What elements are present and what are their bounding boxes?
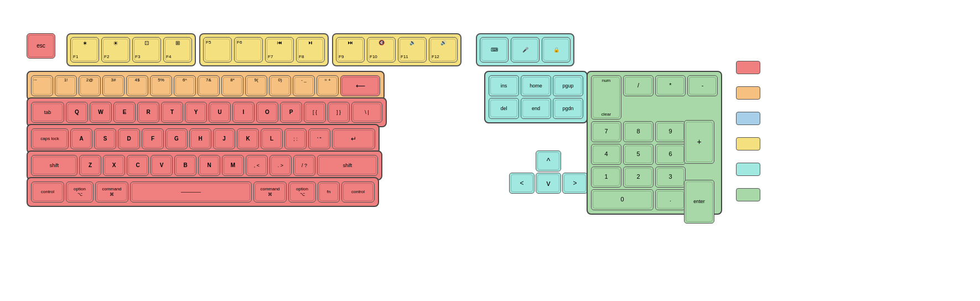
key-num-plus-fixed[interactable]: + <box>684 120 714 164</box>
key-num-9[interactable]: 9 <box>655 121 686 142</box>
key-g[interactable]: G <box>165 128 188 149</box>
key-comma[interactable]: , < <box>246 155 268 176</box>
key-f1[interactable]: ✶ F1 <box>70 37 99 63</box>
key-num-8[interactable]: 8 <box>623 121 654 142</box>
key-f7[interactable]: ⏮ F7 <box>265 37 294 63</box>
key-r[interactable]: R <box>137 102 159 123</box>
key-num-3[interactable]: 3 <box>655 167 686 188</box>
key-roption[interactable]: option ⌥ <box>288 181 316 203</box>
key-esc[interactable]: esc <box>27 33 55 59</box>
key-capslock[interactable]: caps lock <box>31 128 69 149</box>
key-space[interactable]: ———— <box>130 181 252 203</box>
key-up[interactable]: ^ <box>536 150 561 172</box>
key-num-7[interactable]: 7 <box>591 121 621 142</box>
key-special3[interactable]: 🔒 <box>542 37 571 63</box>
key-b[interactable]: B <box>174 155 196 176</box>
key-f5[interactable]: F5 <box>203 37 232 63</box>
key-period[interactable]: . > <box>269 155 292 176</box>
key-y[interactable]: Y <box>185 102 207 123</box>
key-w[interactable]: W <box>90 102 112 123</box>
key-4[interactable]: 4$ <box>126 75 148 96</box>
key-num-0[interactable]: 0 <box>591 189 654 210</box>
key-l[interactable]: L <box>261 128 283 149</box>
key-num-enter-fixed[interactable]: enter <box>684 180 714 224</box>
key-f11[interactable]: 🔉 F11 <box>398 37 427 63</box>
key-special2[interactable]: 🎤 <box>511 37 540 63</box>
key-n[interactable]: N <box>198 155 220 176</box>
key-f[interactable]: F <box>142 128 164 149</box>
key-num-multiply[interactable]: * <box>655 75 686 96</box>
key-t[interactable]: T <box>161 102 183 123</box>
key-6[interactable]: 6^ <box>174 75 196 96</box>
key-p[interactable]: P <box>280 102 302 123</box>
key-c[interactable]: C <box>127 155 149 176</box>
key-num-dot[interactable]: . <box>655 189 686 210</box>
key-minus[interactable]: - _ <box>293 75 315 96</box>
key-2[interactable]: 2@ <box>79 75 101 96</box>
key-q[interactable]: Q <box>66 102 88 123</box>
key-k[interactable]: K <box>237 128 259 149</box>
key-s[interactable]: S <box>94 128 116 149</box>
key-8[interactable]: 8* <box>221 75 243 96</box>
key-slash[interactable]: / ? <box>293 155 315 176</box>
key-pgup[interactable]: pgup <box>553 75 583 96</box>
key-v[interactable]: V <box>151 155 173 176</box>
key-special1[interactable]: ⌨ <box>480 37 509 63</box>
key-f12[interactable]: 🔊 F12 <box>429 37 458 63</box>
key-lcontrol[interactable]: control <box>31 181 64 203</box>
key-right[interactable]: > <box>562 173 588 194</box>
key-num-5[interactable]: 5 <box>623 144 654 165</box>
key-d[interactable]: D <box>118 128 140 149</box>
key-7[interactable]: 7& <box>198 75 220 96</box>
key-quote[interactable]: ' " <box>308 128 330 149</box>
key-equals[interactable]: = + <box>317 75 339 96</box>
key-lbracket[interactable]: [ { <box>304 102 326 123</box>
key-left[interactable]: < <box>509 173 535 194</box>
key-9[interactable]: 9( <box>245 75 267 96</box>
key-return[interactable]: ↵ <box>332 128 375 149</box>
key-pgdn[interactable]: pgdn <box>553 98 583 119</box>
key-fn[interactable]: fn <box>318 181 340 203</box>
key-lshift[interactable]: shift <box>31 155 77 176</box>
key-num-6[interactable]: 6 <box>655 144 686 165</box>
key-rcontrol[interactable]: control <box>341 181 375 203</box>
key-f9[interactable]: ⏭ F9 <box>336 37 365 63</box>
key-tab[interactable]: tab <box>31 102 64 123</box>
key-m[interactable]: M <box>222 155 244 176</box>
key-del[interactable]: del <box>489 98 519 119</box>
key-j[interactable]: J <box>213 128 235 149</box>
key-backslash[interactable]: \ | <box>351 102 382 123</box>
key-f10[interactable]: 🔇 F10 <box>367 37 396 63</box>
key-down[interactable]: v <box>536 173 561 194</box>
key-f2[interactable]: ☀ F2 <box>101 37 130 63</box>
key-f8[interactable]: ⏯ F8 <box>296 37 325 63</box>
key-e[interactable]: E <box>113 102 136 123</box>
key-1[interactable]: 1! <box>55 75 77 96</box>
key-num-1[interactable]: 1 <box>591 167 621 188</box>
key-numlock[interactable]: num clear <box>591 75 621 120</box>
key-5[interactable]: 5% <box>150 75 172 96</box>
key-num-2[interactable]: 2 <box>623 167 654 188</box>
key-rbracket[interactable]: ] } <box>328 102 350 123</box>
key-x[interactable]: X <box>103 155 125 176</box>
key-lcommand[interactable]: command ⌘ <box>95 181 128 203</box>
key-f4[interactable]: ⊞ F4 <box>163 37 192 63</box>
key-rshift[interactable]: shift <box>317 155 378 176</box>
key-z[interactable]: Z <box>79 155 101 176</box>
key-backtick[interactable]: ·~ <box>31 75 53 96</box>
key-0[interactable]: 0) <box>269 75 291 96</box>
key-ins[interactable]: ins <box>489 75 519 96</box>
key-end[interactable]: end <box>521 98 551 119</box>
key-a[interactable]: A <box>70 128 92 149</box>
key-i[interactable]: I <box>232 102 255 123</box>
key-loption[interactable]: option ⌥ <box>66 181 94 203</box>
key-3[interactable]: 3# <box>102 75 125 96</box>
key-f3[interactable]: ⊡ F3 <box>132 37 161 63</box>
key-backspace[interactable]: ⟵ <box>340 75 380 96</box>
key-num-slash[interactable]: / <box>623 75 654 96</box>
key-num-4[interactable]: 4 <box>591 144 621 165</box>
key-semicolon[interactable]: ; : <box>284 128 307 149</box>
key-f6[interactable]: F6 <box>234 37 263 63</box>
key-home[interactable]: home <box>521 75 551 96</box>
key-num-minus[interactable]: - <box>687 75 718 96</box>
